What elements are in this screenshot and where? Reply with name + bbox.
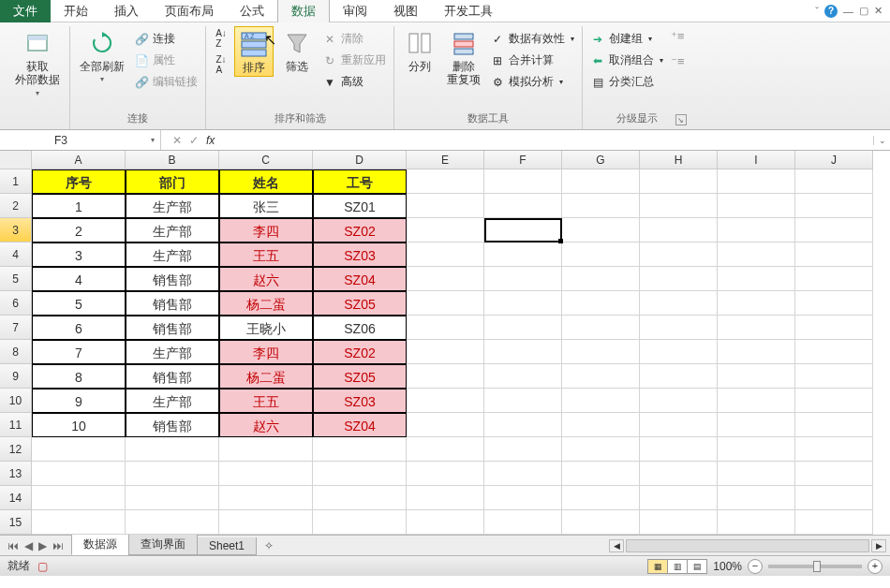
cell[interactable] — [562, 340, 640, 364]
cell[interactable]: SZ02 — [313, 218, 407, 243]
cell[interactable] — [718, 194, 795, 218]
tab-review[interactable]: 审阅 — [330, 0, 380, 22]
cell[interactable]: 销售部 — [126, 316, 219, 340]
remove-duplicates-button[interactable]: 删除 重复项 — [443, 26, 484, 89]
cell[interactable] — [484, 169, 562, 194]
cell[interactable]: SZ06 — [313, 316, 407, 340]
sheet-nav-first[interactable]: ⏮ — [6, 539, 21, 552]
cell[interactable]: 生产部 — [126, 340, 219, 364]
formula-input[interactable] — [222, 134, 873, 147]
advanced-filter-button[interactable]: ▼高级 — [320, 73, 388, 91]
horizontal-scrollbar[interactable]: ◀ ▶ — [609, 539, 890, 552]
cell[interactable]: SZ03 — [313, 243, 407, 267]
cell[interactable] — [718, 510, 795, 535]
cell[interactable] — [484, 316, 562, 340]
cell[interactable] — [484, 486, 562, 510]
cell[interactable] — [640, 413, 718, 437]
row-header-13[interactable]: 13 — [0, 462, 32, 486]
cell[interactable] — [718, 340, 795, 364]
scroll-right-button[interactable]: ▶ — [871, 539, 886, 552]
column-header-B[interactable]: B — [126, 151, 219, 169]
cell[interactable] — [640, 364, 718, 389]
cell[interactable] — [126, 486, 219, 510]
cell[interactable] — [484, 510, 562, 535]
tab-view[interactable]: 视图 — [380, 0, 431, 22]
cell[interactable] — [795, 316, 873, 340]
help-icon[interactable]: ? — [824, 5, 838, 18]
row-header-4[interactable]: 4 — [0, 243, 32, 267]
tab-file[interactable]: 文件 — [0, 0, 51, 22]
cell[interactable] — [32, 437, 126, 462]
cell[interactable] — [795, 218, 873, 243]
cell[interactable] — [640, 389, 718, 413]
tab-dev[interactable]: 开发工具 — [431, 0, 506, 22]
minimize-icon[interactable]: — — [843, 6, 853, 17]
get-external-data-button[interactable]: 获取 外部数据 ▾ — [11, 26, 64, 99]
cell[interactable] — [484, 364, 562, 389]
sheet-tab-2[interactable]: Sheet1 — [197, 537, 257, 555]
connections-button[interactable]: 🔗连接 — [132, 30, 200, 48]
cell[interactable]: SZ05 — [313, 364, 407, 389]
cell[interactable] — [795, 364, 873, 389]
cell[interactable]: 销售部 — [126, 291, 219, 316]
cell[interactable] — [718, 364, 795, 389]
cell[interactable]: 王晓小 — [219, 316, 313, 340]
tab-insert[interactable]: 插入 — [101, 0, 152, 22]
cell[interactable] — [32, 486, 126, 510]
consolidate-button[interactable]: ⊞合并计算 — [488, 51, 576, 69]
cell[interactable] — [219, 437, 313, 462]
cell[interactable]: 1 — [32, 194, 126, 218]
cell[interactable] — [795, 194, 873, 218]
zoom-in-button[interactable]: + — [868, 559, 883, 574]
cell[interactable] — [795, 462, 873, 486]
sort-asc-button[interactable]: A↓Z — [212, 30, 230, 47]
row-header-15[interactable]: 15 — [0, 510, 32, 535]
cell[interactable]: 4 — [32, 267, 126, 291]
cell[interactable] — [484, 194, 562, 218]
cell[interactable] — [484, 389, 562, 413]
cell[interactable] — [718, 437, 795, 462]
cell[interactable]: 销售部 — [126, 364, 219, 389]
cell[interactable] — [219, 486, 313, 510]
cell[interactable] — [407, 486, 484, 510]
column-header-A[interactable]: A — [32, 151, 126, 169]
sheet-nav-next[interactable]: ▶ — [37, 539, 49, 552]
row-header-7[interactable]: 7 — [0, 316, 32, 340]
cell[interactable]: 王五 — [219, 243, 313, 267]
cell[interactable]: 杨二蛋 — [219, 291, 313, 316]
cell[interactable]: 2 — [32, 218, 126, 243]
cell[interactable]: SZ01 — [313, 194, 407, 218]
cell[interactable] — [640, 316, 718, 340]
tab-home[interactable]: 开始 — [51, 0, 101, 22]
cell[interactable] — [718, 218, 795, 243]
cell[interactable] — [718, 267, 795, 291]
cell[interactable] — [484, 243, 562, 267]
new-sheet-button[interactable]: ✧ — [260, 539, 278, 552]
cell[interactable]: 工号 — [313, 169, 407, 194]
cell[interactable] — [640, 510, 718, 535]
cell[interactable]: 3 — [32, 243, 126, 267]
sheet-nav-last[interactable]: ⏭ — [51, 539, 66, 552]
cell[interactable] — [640, 169, 718, 194]
row-header-10[interactable]: 10 — [0, 389, 32, 413]
cell[interactable]: 王五 — [219, 389, 313, 413]
scroll-track[interactable] — [626, 539, 869, 552]
cell[interactable]: 姓名 — [219, 169, 313, 194]
subtotal-button[interactable]: ▤分类汇总 — [588, 73, 665, 91]
row-header-5[interactable]: 5 — [0, 267, 32, 291]
cell[interactable] — [795, 340, 873, 364]
cell[interactable] — [313, 462, 407, 486]
cell[interactable] — [562, 389, 640, 413]
cell[interactable] — [718, 169, 795, 194]
cell[interactable]: 10 — [32, 413, 126, 437]
cell[interactable] — [718, 413, 795, 437]
filter-button[interactable]: 筛选 — [277, 26, 317, 75]
cell[interactable] — [407, 413, 484, 437]
cell[interactable] — [219, 462, 313, 486]
cell[interactable]: 张三 — [219, 194, 313, 218]
spreadsheet-grid[interactable]: ABCDEFGHIJ 123456789101112131415 序号部门姓名工… — [0, 151, 890, 535]
column-header-E[interactable]: E — [407, 151, 484, 169]
sheet-tab-0[interactable]: 数据源 — [71, 535, 129, 555]
column-header-C[interactable]: C — [219, 151, 313, 169]
row-header-8[interactable]: 8 — [0, 340, 32, 364]
